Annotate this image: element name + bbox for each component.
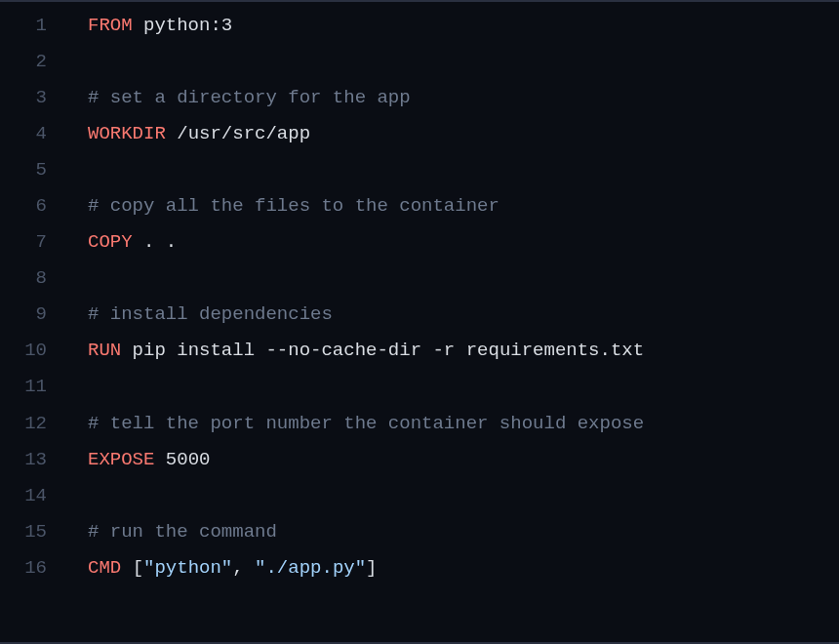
code-line[interactable]: # install dependencies: [88, 297, 839, 333]
code-line[interactable]: [88, 152, 839, 188]
code-editor[interactable]: 12345678910111213141516 FROM python:3 # …: [0, 2, 839, 642]
code-line[interactable]: COPY . .: [88, 224, 839, 261]
token-punct: [: [133, 557, 143, 579]
code-line[interactable]: CMD ["python", "./app.py"]: [88, 550, 839, 586]
line-number-gutter: 12345678910111213141516: [0, 8, 68, 642]
line-number: 2: [0, 44, 47, 80]
code-line[interactable]: [88, 478, 839, 514]
token-txt: python:3: [133, 15, 233, 36]
code-line[interactable]: # copy all the files to the container: [88, 188, 839, 224]
line-number: 4: [0, 116, 47, 152]
token-kw: CMD: [88, 557, 121, 579]
line-number: 1: [0, 8, 47, 44]
line-number: 7: [0, 224, 47, 261]
token-kw: FROM: [88, 15, 133, 36]
line-number: 9: [0, 297, 47, 333]
line-number: 14: [0, 478, 47, 514]
token-comment: # tell the port number the container sho…: [88, 413, 644, 434]
token-txt: [121, 557, 132, 579]
token-txt: /usr/src/app: [166, 123, 310, 144]
line-number: 13: [0, 442, 47, 478]
line-number: 16: [0, 550, 47, 586]
line-number: 8: [0, 261, 47, 297]
code-line[interactable]: FROM python:3: [88, 8, 839, 44]
token-txt: 5000: [154, 449, 210, 470]
token-punct: ,: [232, 557, 255, 579]
token-str: "python": [143, 557, 232, 579]
token-kw: COPY: [88, 231, 133, 253]
line-number: 6: [0, 188, 47, 224]
line-number: 11: [0, 369, 47, 405]
code-line[interactable]: WORKDIR /usr/src/app: [88, 116, 839, 152]
code-area[interactable]: FROM python:3 # set a directory for the …: [68, 8, 839, 642]
line-number: 10: [0, 333, 47, 369]
line-number: 5: [0, 152, 47, 188]
line-number: 15: [0, 514, 47, 550]
token-comment: # set a directory for the app: [88, 87, 411, 108]
token-comment: # install dependencies: [88, 303, 333, 325]
code-line[interactable]: [88, 261, 839, 297]
token-kw: EXPOSE: [88, 449, 154, 470]
token-str: "./app.py": [255, 557, 366, 579]
token-punct: ]: [366, 557, 377, 579]
code-line[interactable]: [88, 44, 839, 80]
code-line[interactable]: # set a directory for the app: [88, 80, 839, 116]
token-kw: RUN: [88, 340, 121, 361]
code-line[interactable]: RUN pip install --no-cache-dir -r requir…: [88, 333, 839, 369]
token-txt: pip install --no-cache-dir -r requiremen…: [121, 340, 644, 361]
token-kw: WORKDIR: [88, 123, 166, 144]
line-number: 12: [0, 406, 47, 442]
code-line[interactable]: [88, 369, 839, 405]
code-line[interactable]: # run the command: [88, 514, 839, 550]
line-number: 3: [0, 80, 47, 116]
token-txt: . .: [133, 231, 178, 253]
token-comment: # run the command: [88, 521, 277, 543]
code-line[interactable]: # tell the port number the container sho…: [88, 406, 839, 442]
token-comment: # copy all the files to the container: [88, 195, 499, 217]
code-line[interactable]: EXPOSE 5000: [88, 442, 839, 478]
